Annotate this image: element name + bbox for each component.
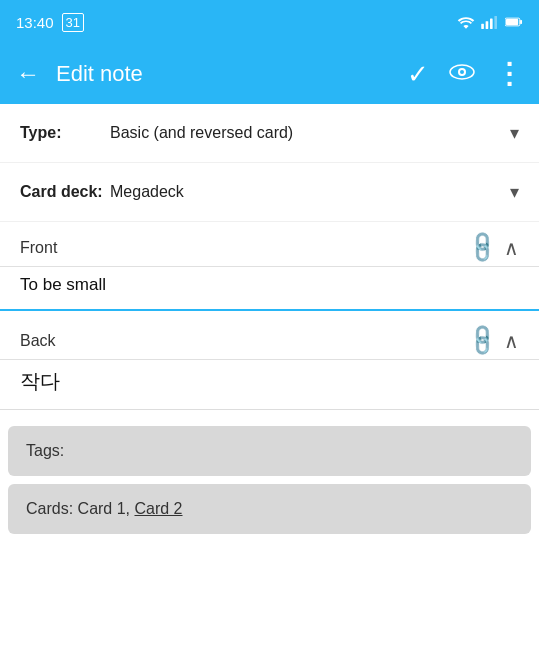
wifi-icon [457, 15, 475, 29]
type-dropdown-icon[interactable]: ▾ [510, 122, 519, 144]
svg-rect-5 [520, 20, 522, 24]
back-section-header: Back 🔗 ∧ [0, 315, 539, 360]
status-bar: 13:40 31 [0, 0, 539, 44]
front-value[interactable]: To be small [20, 275, 519, 295]
back-attach-icon[interactable]: 🔗 [465, 324, 500, 359]
preview-button[interactable] [441, 54, 483, 94]
svg-rect-0 [481, 24, 484, 29]
type-label: Type: [20, 124, 110, 142]
tags-label: Tags: [26, 442, 64, 459]
page-title: Edit note [56, 61, 391, 87]
card-deck-label: Card deck: [20, 183, 110, 201]
svg-rect-1 [486, 21, 489, 29]
content: Type: Basic (and reversed card) ▾ Card d… [0, 104, 539, 534]
svg-point-9 [460, 70, 464, 74]
calendar-icon: 31 [62, 13, 84, 32]
cards-section: Cards: Card 1, Card 2 [8, 484, 531, 534]
app-bar: ← Edit note ✓ ⋮ [0, 44, 539, 104]
status-time: 13:40 [16, 14, 54, 31]
back-text-field[interactable]: 작다 [0, 360, 539, 410]
status-bar-left: 13:40 31 [16, 13, 84, 32]
type-field-row[interactable]: Type: Basic (and reversed card) ▾ [0, 104, 539, 163]
eye-icon [449, 62, 475, 82]
card-deck-dropdown-icon[interactable]: ▾ [510, 181, 519, 203]
svg-rect-2 [490, 19, 493, 30]
more-button[interactable]: ⋮ [487, 52, 531, 96]
front-attach-icon[interactable]: 🔗 [465, 231, 500, 266]
back-button[interactable]: ← [8, 54, 48, 94]
tags-section[interactable]: Tags: [8, 426, 531, 476]
check-button[interactable]: ✓ [399, 53, 437, 95]
cards-text: Cards: Card 1, Card 2 [26, 500, 183, 517]
status-icons [457, 15, 523, 29]
card2-link[interactable]: Card 2 [134, 500, 182, 517]
back-label: Back [20, 332, 469, 350]
front-section-icons: 🔗 ∧ [469, 236, 519, 260]
svg-rect-6 [506, 19, 518, 25]
back-value[interactable]: 작다 [20, 368, 519, 395]
svg-rect-3 [494, 16, 497, 29]
signal-icon [481, 15, 499, 29]
front-text-field[interactable]: To be small [0, 267, 539, 311]
back-section-icons: 🔗 ∧ [469, 329, 519, 353]
type-value: Basic (and reversed card) [110, 124, 510, 142]
front-section-header: Front 🔗 ∧ [0, 222, 539, 267]
back-collapse-icon[interactable]: ∧ [504, 329, 519, 353]
battery-icon [505, 15, 523, 29]
app-bar-actions: ✓ ⋮ [399, 52, 531, 96]
front-label: Front [20, 239, 469, 257]
card-deck-value: Megadeck [110, 183, 510, 201]
cards-prefix: Cards: Card 1, [26, 500, 134, 517]
front-collapse-icon[interactable]: ∧ [504, 236, 519, 260]
card-deck-field-row[interactable]: Card deck: Megadeck ▾ [0, 163, 539, 222]
